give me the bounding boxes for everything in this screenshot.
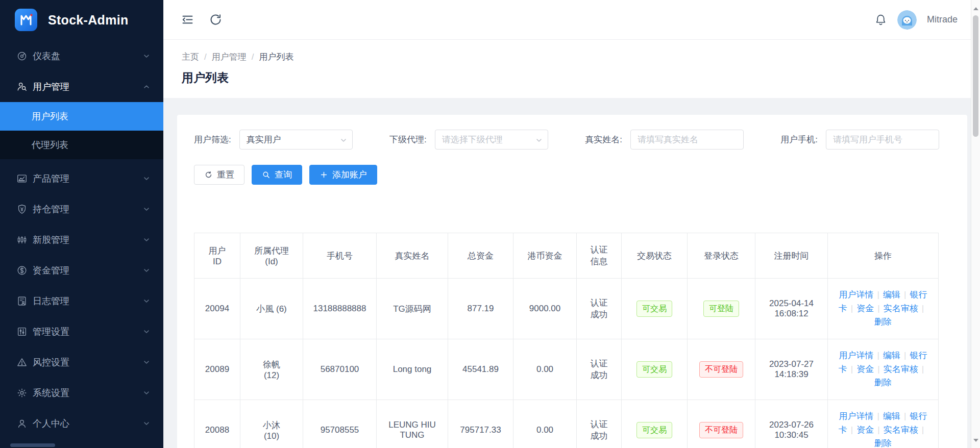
sidebar-item-risk-settings[interactable]: 风控设置	[0, 347, 163, 378]
edit-link[interactable]: 编辑	[883, 351, 900, 360]
action-separator: |	[900, 351, 910, 360]
action-separator: |	[874, 425, 883, 435]
sidebar-item-user-management[interactable]: 用户管理	[0, 71, 163, 102]
scrollbar-thumb[interactable]	[973, 15, 978, 137]
scrollbar-up-arrow-icon[interactable]	[971, 4, 980, 13]
username[interactable]: Mitrade	[927, 14, 958, 25]
sidebar-item-position-management[interactable]: 持仓管理	[0, 194, 163, 225]
sidebar-item-label: 代理列表	[32, 139, 68, 151]
sub-agent-select[interactable]: 请选择下级代理	[435, 130, 548, 150]
cell-hkd_funds: 9000.00	[513, 279, 577, 339]
real-name-input[interactable]	[630, 130, 744, 150]
cell-registered: 2023-07-26 10:30:45	[755, 400, 828, 448]
cell-trade-status: 可交易	[622, 279, 688, 339]
breadcrumb-item[interactable]: 主页	[182, 51, 199, 63]
avatar[interactable]	[897, 10, 917, 30]
sidebar-item-agent-list[interactable]: 代理列表	[0, 131, 163, 159]
cell-phone: 13188888888	[303, 279, 377, 339]
column-header: 所属代理 (Id)	[240, 233, 303, 279]
refresh-icon[interactable]	[209, 13, 223, 27]
add-account-button[interactable]: 添加账户	[309, 165, 377, 185]
trade-status-badge: 可交易	[636, 361, 672, 378]
delete-link[interactable]: 删除	[874, 378, 892, 387]
chevron-down-icon	[143, 175, 150, 182]
delete-link[interactable]: 删除	[874, 317, 892, 327]
sidebar-item-system-settings[interactable]: 系统设置	[0, 378, 163, 408]
user-phone-input[interactable]	[826, 130, 939, 150]
reset-icon	[204, 170, 213, 179]
shield-yen-icon	[16, 204, 28, 215]
sidebar-item-product-management[interactable]: 产品管理	[0, 163, 163, 194]
sidebar-item-ipo-management[interactable]: 新股管理	[0, 225, 163, 255]
action-separator: |	[874, 304, 883, 313]
content-area: 用户筛选: 真实用户 下级代理: 请选择下级代理 真实姓名:用户手机: 重置	[163, 98, 980, 448]
chart-icon	[16, 173, 28, 184]
sidebar-horizontal-scrollbar-thumb[interactable]	[10, 443, 55, 447]
funds-link[interactable]: 资金	[856, 304, 874, 313]
user-detail-link[interactable]: 用户详情	[839, 351, 874, 360]
chevron-up-icon	[143, 83, 150, 90]
action-separator: |	[874, 411, 883, 421]
user-detail-link[interactable]: 用户详情	[839, 290, 874, 300]
sidebar-item-label: 用户列表	[32, 110, 68, 122]
action-separator: |	[918, 304, 927, 313]
chevron-down-icon	[143, 359, 150, 366]
warning-triangle-icon	[16, 357, 28, 368]
edit-link[interactable]: 编辑	[883, 290, 900, 300]
cell-total_funds: 795717.33	[448, 400, 513, 448]
cell-user_id: 20094	[194, 279, 240, 339]
action-separator: |	[874, 364, 883, 374]
funds-link[interactable]: 资金	[856, 364, 874, 374]
delete-link[interactable]: 删除	[874, 438, 892, 448]
plus-icon	[320, 170, 328, 179]
table-wrap: 用户 ID所属代理 (Id)手机号真实姓名总资金港币资金认证 信息交易状态登录状…	[194, 233, 967, 448]
sidebar-item-label: 仪表盘	[33, 50, 143, 62]
filter-label-user-filter: 用户筛选:	[194, 134, 231, 145]
cell-trade-status: 可交易	[622, 339, 688, 400]
column-header: 用户 ID	[194, 233, 240, 279]
action-separator: |	[874, 351, 883, 360]
funds-link[interactable]: 资金	[856, 425, 874, 435]
column-header: 登录状态	[688, 233, 755, 279]
sidebar-item-admin-settings[interactable]: 管理设置	[0, 316, 163, 347]
sidebar-item-funds-management[interactable]: 资金管理	[0, 255, 163, 286]
chevron-down-icon	[143, 267, 150, 274]
chevron-down-icon	[143, 53, 150, 60]
chevron-down-icon	[143, 236, 150, 243]
buttons-row: 重置 查询	[194, 165, 967, 185]
real-name-audit-link[interactable]: 实名审核	[884, 304, 918, 313]
breadcrumb-item[interactable]: 用户管理	[212, 51, 247, 63]
reset-button[interactable]: 重置	[194, 165, 244, 185]
sidebar-menu: 仪表盘 用户管理 用户列表代理列表 产品管理 持仓管理 新股管理 资金管理 日志…	[0, 41, 163, 439]
notification-bell-icon[interactable]	[874, 13, 887, 26]
sidebar-item-dashboard[interactable]: 仪表盘	[0, 41, 163, 71]
sidebar-item-label: 新股管理	[33, 234, 143, 246]
sidebar-item-log-management[interactable]: 日志管理	[0, 286, 163, 316]
filter-card: 用户筛选: 真实用户 下级代理: 请选择下级代理 真实姓名:用户手机: 重置	[177, 115, 967, 448]
scrollbar-down-arrow-icon[interactable]	[971, 436, 980, 445]
collapse-sidebar-icon[interactable]	[181, 13, 194, 27]
cell-actions: 用户详情|编辑|银行卡|资金|实名审核|删除	[828, 339, 939, 400]
sidebar-item-user-list[interactable]: 用户列表	[0, 102, 163, 131]
submenu: 用户列表代理列表	[0, 102, 163, 159]
user-filter-select[interactable]: 真实用户	[239, 130, 353, 150]
logo: Stock-Admin	[0, 0, 163, 34]
person-icon	[16, 418, 28, 429]
cell-agent: 徐帆 (12)	[240, 339, 303, 400]
action-separator: |	[918, 425, 927, 435]
cell-real_name: LEUNG HIU TUNG	[377, 400, 448, 448]
search-icon	[262, 170, 271, 179]
cell-phone: 56870100	[303, 339, 377, 400]
real-name-audit-link[interactable]: 实名审核	[884, 425, 918, 435]
user-detail-link[interactable]: 用户详情	[839, 411, 874, 421]
vertical-scrollbar[interactable]	[971, 0, 980, 448]
candlestick-icon	[16, 234, 28, 245]
edit-link[interactable]: 编辑	[883, 411, 900, 421]
real-name-audit-link[interactable]: 实名审核	[884, 364, 918, 374]
chevron-down-icon	[143, 206, 150, 213]
sidebar-item-personal-center[interactable]: 个人中心	[0, 408, 163, 439]
search-button[interactable]: 查询	[252, 165, 302, 185]
topbar: Mitrade	[163, 0, 980, 40]
app-title: Stock-Admin	[48, 13, 128, 28]
sliders-icon	[16, 326, 28, 337]
